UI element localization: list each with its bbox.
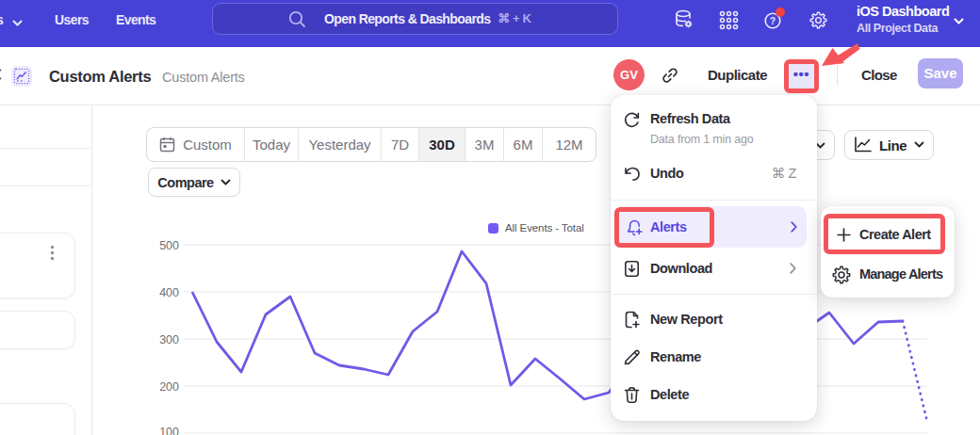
svg-text:?: ?: [770, 16, 776, 26]
